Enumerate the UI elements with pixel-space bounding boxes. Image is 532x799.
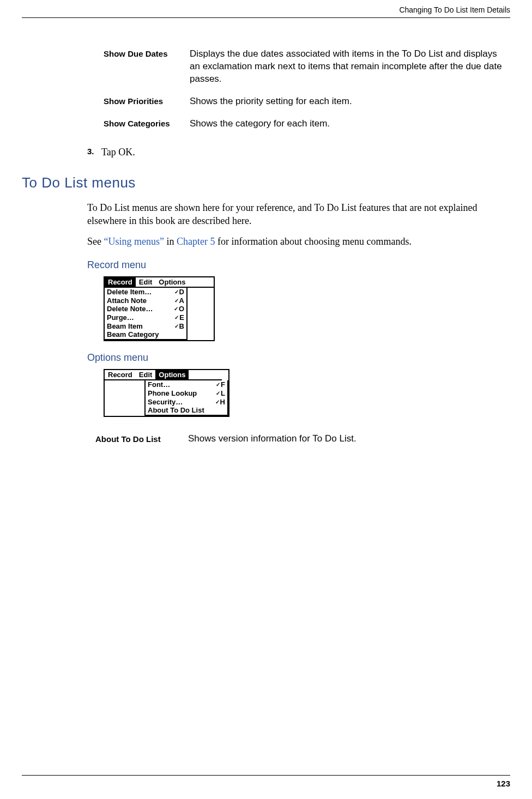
definition-desc: Displays the due dates associated with i… (190, 48, 505, 86)
menu-item-shortcut: H (215, 398, 225, 407)
about-term: About To Do List (95, 433, 188, 444)
subsection-heading: Record menu (87, 259, 510, 271)
menu-tab-edit: Edit (136, 277, 156, 287)
page-number: 123 (497, 779, 510, 788)
text-fragment: in (164, 236, 177, 247)
body-paragraph: See “Using menus” in Chapter 5 for infor… (87, 235, 505, 248)
menu-item-label: Security… (148, 398, 183, 407)
about-definition-row: About To Do List Shows version informati… (95, 433, 510, 444)
menu-tab-options: Options (155, 370, 189, 380)
menu-item: Beam Category (105, 330, 186, 339)
definition-row: Show Priorities Shows the priority setti… (104, 95, 505, 108)
section-heading: To Do List menus (22, 174, 510, 191)
page-footer: 123 (22, 775, 510, 788)
body-paragraph: To Do List menus are shown here for your… (87, 201, 505, 228)
menu-item: Beam ItemB (105, 322, 186, 331)
options-menu-figure: Record Edit Options Font…F Phone LookupL… (104, 369, 229, 417)
definition-desc: Shows the priority setting for each item… (190, 95, 505, 108)
menu-tab-edit: Edit (136, 370, 156, 380)
menu-dropdown: Delete Item…D Attach NoteA Delete Note…O… (104, 288, 188, 340)
definition-term: Show Priorities (104, 95, 190, 106)
definition-term: Show Categories (104, 118, 190, 128)
subsection-heading: Options menu (87, 352, 510, 364)
menu-item: Delete Note…O (105, 305, 186, 313)
running-header: Changing To Do List Item Details (22, 5, 510, 18)
menu-item-label: Delete Item… (107, 288, 152, 296)
menu-item-label: Phone Lookup (148, 389, 197, 398)
step-text: Tap OK. (101, 147, 135, 158)
cross-reference-link[interactable]: Chapter 5 (177, 236, 215, 247)
menu-item-shortcut: F (216, 380, 225, 389)
menu-item: Security…H (146, 398, 227, 407)
text-fragment: See (87, 236, 104, 247)
menu-item-label: Beam Category (107, 330, 159, 339)
step-number: 3. (87, 147, 101, 158)
menu-item-label: About To Do List (148, 406, 204, 415)
menu-item-label: Delete Note… (107, 305, 153, 313)
menu-item: Purge…E (105, 313, 186, 322)
menu-item-label: Attach Note (107, 296, 147, 305)
definition-row: Show Due Dates Displays the due dates as… (104, 48, 505, 86)
menu-tab-options: Options (155, 277, 189, 287)
numbered-step: 3. Tap OK. (87, 147, 510, 158)
menu-item-shortcut: E (174, 313, 184, 322)
definition-row: Show Categories Shows the category for e… (104, 118, 505, 130)
text-fragment: for information about choosing menu comm… (215, 236, 411, 247)
menu-item-label: Font… (148, 380, 170, 389)
menu-item: Font…F (146, 380, 227, 389)
menu-item: Attach NoteA (105, 296, 186, 305)
menu-item-label: Purge… (107, 313, 134, 322)
menu-item-shortcut: D (174, 288, 184, 296)
menu-item-shortcut: O (174, 305, 184, 313)
definition-desc: Shows the category for each item. (190, 118, 505, 130)
menu-tab-record: Record (105, 370, 136, 380)
menu-bar: Record Edit Options (105, 277, 214, 288)
definition-list: Show Due Dates Displays the due dates as… (104, 48, 505, 130)
cross-reference-link[interactable]: “Using menus” (104, 236, 164, 247)
menu-item-label: Beam Item (107, 322, 143, 331)
menu-dropdown: Font…F Phone LookupL Security…H About To… (144, 380, 228, 415)
record-menu-figure: Record Edit Options Delete Item…D Attach… (104, 276, 215, 341)
about-desc: Shows version information for To Do List… (188, 433, 356, 444)
menu-item: About To Do List (146, 406, 227, 415)
menu-item-shortcut: L (216, 389, 225, 398)
menu-item: Phone LookupL (146, 389, 227, 398)
menu-bar: Record Edit Options (105, 370, 222, 381)
menu-tab-record: Record (105, 277, 136, 287)
menu-item: Delete Item…D (105, 288, 186, 296)
menu-item-shortcut: B (174, 322, 184, 331)
definition-term: Show Due Dates (104, 48, 190, 58)
menu-item-shortcut: A (174, 296, 184, 305)
